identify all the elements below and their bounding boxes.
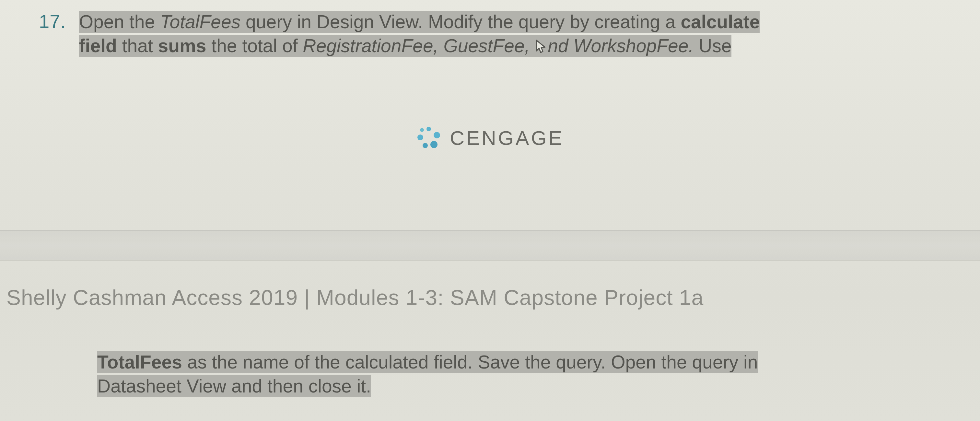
- instruction-text-bottom: TotalFees as the name of the calculated …: [97, 350, 967, 398]
- document-page: 17. Open the TotalFees query in Design V…: [0, 0, 980, 421]
- page-divider: [0, 230, 980, 261]
- brand-logo-row: CENGAGE: [0, 125, 980, 152]
- item-number: 17.: [39, 10, 66, 33]
- instruction-text-top: Open the TotalFees query in Design View.…: [79, 10, 760, 58]
- highlighted-text: TotalFees as the name of the calculated …: [97, 351, 758, 373]
- cengage-logo-icon: [416, 125, 442, 151]
- heading-part-b: Modules 1-3: SAM Capstone Project 1a: [310, 286, 704, 310]
- document-heading: Shelly Cashman Access 2019 | Modules 1-3…: [6, 285, 703, 310]
- highlighted-text: Open the TotalFees query in Design View.…: [79, 11, 760, 33]
- heading-separator: |: [304, 286, 310, 310]
- highlighted-text: Datasheet View and then close it.: [97, 375, 371, 397]
- cengage-logo: CENGAGE: [416, 125, 564, 151]
- cengage-logo-text: CENGAGE: [450, 126, 564, 149]
- heading-part-a: Shelly Cashman Access 2019: [6, 286, 304, 310]
- cursor-icon: [535, 36, 548, 51]
- instruction-item-17: 17. Open the TotalFees query in Design V…: [39, 10, 980, 58]
- highlighted-text: field that sums the total of Registratio…: [79, 35, 732, 57]
